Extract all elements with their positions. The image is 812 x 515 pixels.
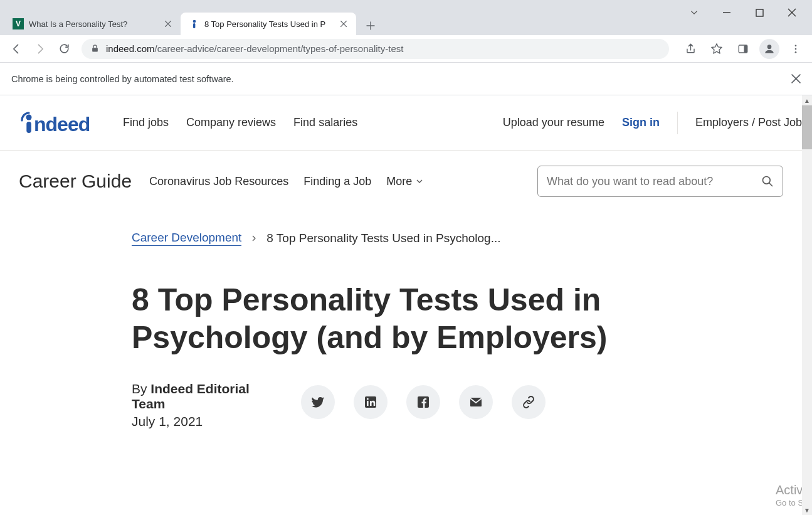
browser-tab-1[interactable]: V What Is a Personality Test? [5, 13, 181, 35]
scrollbar-track[interactable]: ▲ ▼ [802, 95, 812, 515]
share-linkedin-button[interactable] [354, 385, 388, 419]
chevron-down-icon [414, 176, 424, 186]
svg-point-13 [26, 114, 32, 120]
subnav-coronavirus[interactable]: Coronavirus Job Resources [149, 175, 288, 188]
svg-point-12 [795, 51, 797, 53]
svg-point-3 [193, 20, 196, 23]
window-maximize-button[interactable] [751, 4, 768, 21]
close-icon[interactable] [339, 19, 349, 29]
browser-toolbar: indeed.com/career-advice/career-developm… [0, 35, 812, 63]
svg-rect-4 [193, 23, 195, 28]
breadcrumb-current: 8 Top Personality Tests Used in Psycholo… [266, 231, 500, 245]
site-header: ndeed Find jobs Company reviews Find sal… [0, 95, 802, 151]
chevron-down-icon[interactable] [685, 4, 703, 21]
svg-point-11 [795, 48, 797, 50]
more-label: More [386, 175, 412, 188]
share-icon[interactable] [680, 39, 700, 59]
article-title: 8 Top Personality Tests Used in Psycholo… [132, 281, 671, 356]
close-icon[interactable] [791, 74, 801, 83]
svg-rect-18 [367, 401, 369, 406]
scroll-down-icon[interactable]: ▼ [802, 505, 812, 515]
search-icon[interactable] [761, 175, 774, 188]
window-minimize-button[interactable] [718, 4, 736, 21]
nav-upload-resume[interactable]: Upload your resume [503, 116, 604, 129]
share-facebook-button[interactable] [406, 385, 440, 419]
close-icon[interactable] [163, 19, 173, 29]
subnav-more[interactable]: More [386, 175, 424, 188]
scroll-up-icon[interactable]: ▲ [802, 95, 812, 105]
subheader: Career Guide Coronavirus Job Resources F… [0, 151, 802, 202]
address-bar[interactable]: indeed.com/career-advice/career-developm… [82, 39, 669, 59]
nav-find-jobs[interactable]: Find jobs [123, 116, 169, 129]
scrollbar-thumb[interactable] [802, 105, 812, 149]
svg-rect-8 [744, 45, 747, 53]
profile-icon[interactable] [759, 39, 779, 59]
svg-point-19 [367, 398, 369, 400]
lock-icon [90, 44, 100, 53]
divider [677, 112, 678, 134]
svg-rect-6 [92, 48, 98, 51]
infobar-text: Chrome is being controlled by automated … [11, 74, 234, 84]
indeed-logo[interactable]: ndeed [19, 110, 105, 135]
career-guide-title[interactable]: Career Guide [19, 171, 132, 192]
byline: By Indeed Editorial Team July 1, 2021 [132, 381, 263, 429]
publish-date: July 1, 2021 [132, 414, 263, 429]
search-input[interactable] [547, 175, 755, 188]
window-close-button[interactable] [783, 4, 801, 21]
forward-button[interactable] [30, 39, 50, 59]
side-panel-icon[interactable] [733, 39, 753, 59]
svg-point-9 [767, 45, 772, 49]
breadcrumb-parent[interactable]: Career Development [132, 231, 241, 246]
browser-tab-2[interactable]: 8 Top Personality Tests Used in P [181, 13, 356, 35]
star-icon[interactable] [707, 39, 727, 59]
nav-sign-in[interactable]: Sign in [622, 116, 660, 129]
search-box[interactable] [537, 166, 783, 197]
svg-text:ndeed: ndeed [34, 113, 90, 135]
chevron-right-icon [250, 235, 258, 242]
url-text: indeed.com/career-advice/career-developm… [106, 43, 403, 54]
automation-infobar: Chrome is being controlled by automated … [0, 63, 812, 95]
tab-title: 8 Top Personality Tests Used in P [204, 19, 334, 29]
svg-rect-5 [756, 9, 763, 16]
svg-text:V: V [16, 19, 21, 28]
back-button[interactable] [6, 39, 26, 59]
favicon-indeed [188, 18, 199, 29]
share-link-button[interactable] [512, 385, 546, 419]
svg-rect-14 [26, 122, 31, 133]
nav-employers[interactable]: Employers / Post Job [695, 116, 802, 129]
nav-find-salaries[interactable]: Find salaries [293, 116, 357, 129]
new-tab-button[interactable] [361, 16, 380, 35]
nav-company-reviews[interactable]: Company reviews [186, 116, 276, 129]
svg-point-10 [795, 45, 797, 46]
menu-icon[interactable] [786, 39, 806, 59]
tab-strip: V What Is a Personality Test? 8 Top Pers… [0, 8, 812, 35]
share-twitter-button[interactable] [301, 385, 335, 419]
share-email-button[interactable] [459, 385, 493, 419]
favicon-verywell: V [13, 18, 24, 29]
tab-title: What Is a Personality Test? [29, 19, 158, 29]
reload-button[interactable] [54, 39, 74, 59]
subnav-finding-job[interactable]: Finding a Job [303, 175, 371, 188]
breadcrumb: Career Development 8 Top Personality Tes… [132, 231, 671, 246]
